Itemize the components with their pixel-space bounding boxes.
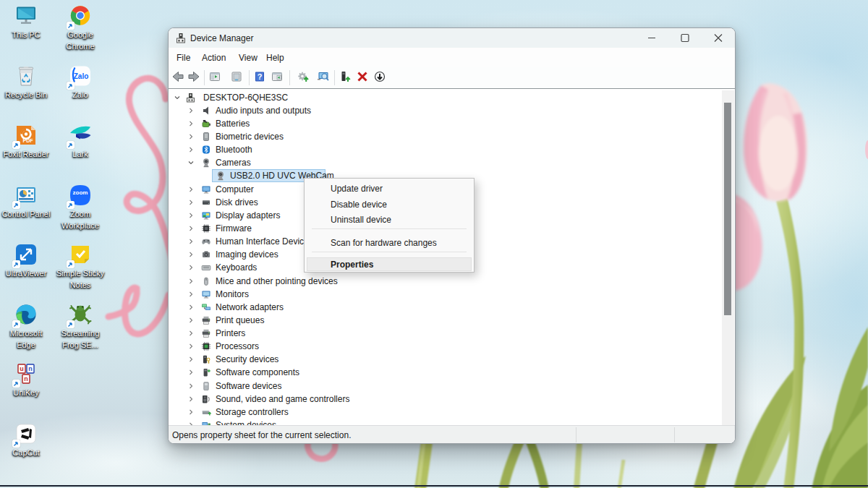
svg-text:n: n [24, 375, 28, 382]
svg-text:?: ? [258, 72, 263, 81]
svg-text:n: n [28, 365, 33, 372]
svg-text:u: u [20, 365, 24, 372]
svg-text:PDF: PDF [23, 138, 34, 143]
svg-text:Zalo: Zalo [74, 72, 89, 80]
svg-text:zoom: zoom [73, 189, 88, 195]
